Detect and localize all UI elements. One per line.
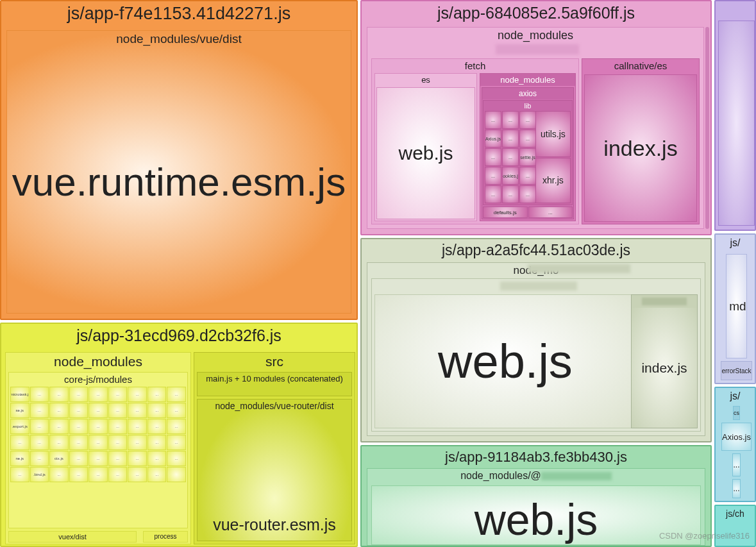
file-cell[interactable]: ... — [519, 167, 536, 185]
file-cell[interactable]: ... — [519, 130, 536, 147]
file-cell[interactable]: ... — [30, 451, 49, 466]
file-cell[interactable]: ... — [502, 148, 519, 166]
group-axios[interactable]: axios lib .........Axios.js............s… — [482, 87, 574, 219]
file-cell[interactable]: ... — [128, 387, 147, 402]
file-cell[interactable]: ... — [108, 467, 128, 482]
file-cell[interactable]: .export.js — [10, 419, 29, 434]
file-cell[interactable]: ... — [69, 403, 88, 418]
file-cell[interactable]: ... — [128, 451, 147, 466]
file-cell[interactable]: ... — [519, 111, 536, 129]
file-cell[interactable]: ... — [147, 387, 167, 402]
file-cell[interactable]: ... — [30, 387, 49, 402]
group-vuex[interactable]: vuex/dist — [8, 531, 137, 543]
file-block[interactable] — [718, 21, 755, 226]
file-cell[interactable] — [167, 467, 186, 482]
file-cell[interactable]: ... — [128, 467, 147, 482]
file-cell[interactable]: ... — [108, 435, 128, 450]
group-vue-router[interactable]: node_modules/vue-router/dist vue-router.… — [197, 399, 352, 541]
file-cell[interactable]: ... — [147, 403, 167, 418]
file-cell[interactable]: ... — [49, 435, 69, 450]
bundle-orange[interactable]: js/app-f74e1153.41d42271.js node_modules… — [0, 0, 358, 320]
file-cell[interactable]: ... — [10, 435, 29, 450]
file-cell[interactable]: ... — [485, 148, 501, 166]
file-cell[interactable]: ... — [69, 387, 88, 402]
group-node-modules[interactable]: node_modules/@ web.js — [367, 468, 705, 546]
file-cell[interactable]: ... — [502, 111, 519, 129]
file-cell[interactable]: ctx.js — [49, 451, 69, 466]
file-cell[interactable]: ... — [167, 451, 186, 466]
file-web-js[interactable]: web.js — [374, 294, 636, 428]
file-cell[interactable]: ... — [88, 435, 108, 450]
file-cell[interactable]: ... — [502, 185, 519, 203]
file-cell[interactable]: ... — [167, 419, 186, 434]
group-index[interactable]: index.js — [631, 294, 698, 428]
file-cell[interactable]: ... — [49, 467, 69, 482]
file-cell[interactable]: ... — [108, 419, 128, 434]
file-cell[interactable]: ... — [128, 435, 147, 450]
file-cell[interactable]: ... — [485, 185, 501, 203]
bundle-yellow[interactable]: js/app-31ecd969.d2cb32f6.js node_modules… — [0, 323, 358, 547]
file-md[interactable]: md — [726, 254, 746, 358]
bundle-olive[interactable]: js/app-a2a5fc44.51ac03de.js node_mo web.… — [360, 238, 712, 442]
group-es[interactable]: es web.js — [374, 73, 477, 221]
group-nested-node-modules[interactable]: node_modules axios lib .........Axios.js… — [480, 73, 576, 221]
group-node-modules[interactable]: node_mo web.js index.js — [367, 262, 705, 436]
file-cell[interactable]: ... — [69, 419, 88, 434]
file-cell[interactable]: xhr.js — [535, 158, 571, 204]
file-cell[interactable]: defaults.js — [483, 206, 528, 218]
file-cell[interactable]: ... — [88, 467, 108, 482]
bundle-cyan[interactable]: js/ cs Axios.js ... ... — [714, 387, 756, 502]
group-core-js[interactable]: core-js/modules .microtask.js...........… — [8, 372, 188, 528]
file-cell[interactable]: ... — [88, 419, 108, 434]
file-cell[interactable]: ... — [10, 467, 29, 482]
group-node-modules[interactable]: node_modules fetch es web.js node_module… — [367, 27, 704, 229]
file-index-js[interactable]: index.js — [632, 308, 697, 428]
file-cell[interactable]: utils.js — [535, 111, 571, 157]
file-cell[interactable]: ... — [49, 387, 69, 402]
file-block[interactable]: ... — [732, 453, 740, 476]
file-cell[interactable]: ... — [485, 111, 501, 129]
file-cell[interactable]: ... — [147, 467, 167, 482]
file-cell[interactable]: ... — [485, 167, 501, 185]
group-axios-lib[interactable]: lib .........Axios.js............settle.… — [483, 100, 573, 205]
group-src[interactable]: src main.js + 10 modules (concatenated) … — [194, 352, 355, 544]
file-cell[interactable]: ... — [49, 403, 69, 418]
file-cell[interactable]: ... — [88, 387, 108, 402]
file-cell[interactable]: ... — [108, 451, 128, 466]
group-node-modules[interactable]: node_modules core-js/modules .microtask.… — [5, 352, 191, 544]
file-cell[interactable]: ... — [502, 130, 519, 147]
bundle-teal[interactable]: js/ch — [714, 505, 756, 547]
file-cell[interactable]: ... — [69, 435, 88, 450]
group-callnative[interactable]: callnative/es index.js — [582, 58, 700, 224]
bundle-lavender[interactable]: js/ md errorStack — [714, 233, 756, 384]
file-cell[interactable]: ... — [147, 451, 167, 466]
group-inner[interactable]: web.js index.js — [371, 278, 701, 432]
file-cell[interactable]: .microtask.js — [10, 387, 29, 402]
file-cell[interactable]: ... — [88, 403, 108, 418]
file-web-js[interactable]: web.js — [376, 87, 475, 219]
file-cell[interactable]: se.js — [10, 403, 29, 418]
file-cell[interactable]: ... — [49, 419, 69, 434]
file-cell[interactable]: ... — [147, 435, 167, 450]
file-cell[interactable]: ... — [30, 419, 49, 434]
scrollbar[interactable] — [705, 27, 709, 229]
file-cell[interactable]: ... — [30, 435, 49, 450]
file-cell[interactable]: ... — [528, 206, 573, 218]
bundle-pink[interactable]: js/app-684085e2.5a9f60ff.js node_modules… — [360, 0, 712, 235]
file-errorstack[interactable]: errorStack — [721, 361, 752, 380]
group-fetch[interactable]: fetch es web.js node_modules axios lib .… — [371, 58, 579, 224]
file-block[interactable]: cs — [733, 406, 740, 420]
file-cell[interactable]: ... — [108, 403, 128, 418]
file-cell[interactable]: ... — [30, 403, 49, 418]
file-main-concat[interactable]: main.js + 10 modules (concatenated) — [197, 372, 352, 396]
file-cell[interactable]: ... — [69, 451, 88, 466]
file-axios-js[interactable]: Axios.js — [721, 423, 752, 451]
file-cell[interactable]: ... — [167, 387, 186, 402]
file-cell[interactable]: Axios.js — [485, 130, 501, 147]
bundle-purple[interactable] — [714, 0, 756, 231]
file-cell[interactable]: ... — [519, 185, 536, 203]
file-cell[interactable]: cookies.js — [502, 167, 519, 185]
file-cell[interactable]: .bind.js — [30, 467, 49, 482]
file-block[interactable]: ... — [732, 479, 740, 498]
file-cell[interactable]: ... — [88, 451, 108, 466]
